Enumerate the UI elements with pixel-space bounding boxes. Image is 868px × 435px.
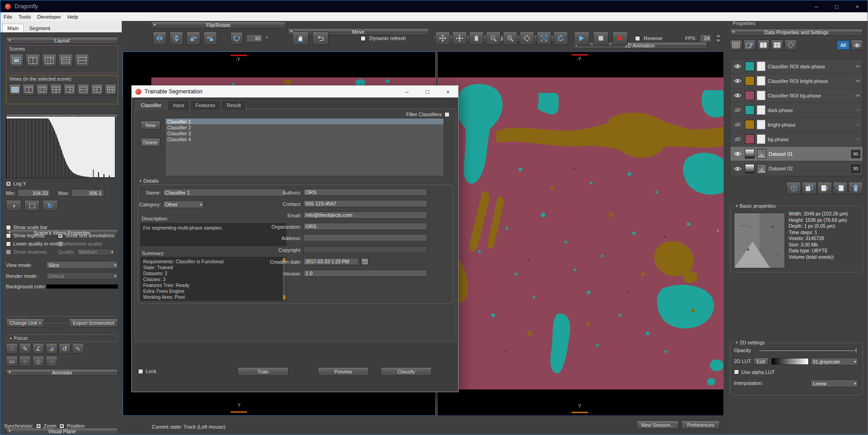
layer-row[interactable]: Classifier ROI dark-phase ✂	[730, 59, 863, 74]
undo-move-button[interactable]	[312, 31, 329, 45]
visibility-toggle[interactable]	[733, 107, 743, 113]
view-layout-3col-button[interactable]	[36, 84, 48, 96]
classifier-list[interactable]: Classifier 1 Classifier 2 Classifier 3 C…	[165, 118, 444, 176]
translate-tool-button[interactable]	[435, 31, 450, 45]
version-input[interactable]: 1.0	[303, 270, 427, 277]
email-input[interactable]: info@theobjects.com	[303, 211, 427, 219]
view-mode-select[interactable]: Slice	[46, 261, 118, 269]
view-layout-1-2-button[interactable]	[63, 84, 76, 96]
diamond-view-button[interactable]	[785, 40, 797, 51]
details-toggle[interactable]: Details	[140, 178, 159, 184]
tab-main[interactable]: Main	[2, 24, 24, 32]
visibility-toggle[interactable]	[733, 137, 743, 142]
visibility-toggle[interactable]	[733, 166, 743, 171]
classifier-list-item-selected[interactable]: Classifier 1	[165, 118, 444, 124]
viewport-right[interactable]: -Y x Y	[437, 51, 724, 416]
layer-row[interactable]: Classifier ROI bg-phase ✂	[730, 88, 863, 103]
visibility-toggle[interactable]	[733, 122, 743, 127]
two-pane-view-button[interactable]	[757, 40, 770, 51]
rotation-angle-input[interactable]: 10	[246, 34, 263, 42]
edit-lut-button[interactable]: Edit	[753, 358, 769, 365]
classifier-list-item[interactable]: Classifier 3	[165, 130, 444, 136]
contact-input[interactable]: 555 123-4567	[303, 200, 427, 207]
annotate-header[interactable]: Annotate	[6, 369, 118, 376]
dialog-minimize-button[interactable]: –	[397, 86, 417, 97]
scissors-icon[interactable]: ✂	[856, 63, 860, 70]
duplicate-dataset-button[interactable]	[802, 182, 816, 194]
region-leveling-button[interactable]	[24, 200, 40, 211]
rotate-ccw-button[interactable]	[186, 31, 200, 45]
interpolation-select[interactable]: Linear	[811, 379, 858, 387]
menu-file[interactable]: File	[0, 14, 16, 20]
visual-plane-header[interactable]: Visual Plane	[6, 428, 118, 435]
3d-badge[interactable]: 3D	[851, 150, 860, 158]
layout-section-header[interactable]: Layout	[6, 37, 118, 44]
menu-tools[interactable]: Tools	[16, 14, 34, 20]
dialog-close-button[interactable]: ×	[438, 86, 458, 97]
new-session-button[interactable]: New Session...	[637, 420, 679, 429]
fps-step-up-icon[interactable]: ▲	[715, 34, 721, 38]
zoom-in-tool-button[interactable]	[503, 31, 517, 45]
lut-ramp-swatch[interactable]	[745, 149, 754, 159]
reset-view-button[interactable]	[553, 31, 568, 45]
close-button[interactable]: ×	[847, 0, 868, 12]
layer-row-selected[interactable]: Dataset 01 3D	[730, 147, 863, 161]
visibility-toggle[interactable]	[733, 78, 743, 83]
rotate-angle-button[interactable]	[230, 32, 243, 45]
lut-ramp-swatch[interactable]	[745, 164, 754, 174]
layer-color-swatch[interactable]	[745, 76, 754, 86]
filter-classifiers-checkbox[interactable]	[444, 112, 450, 117]
category-select[interactable]: Other	[163, 200, 204, 208]
scene-layout-2col-button[interactable]	[26, 54, 40, 67]
scissors-icon[interactable]: ✂	[856, 78, 860, 84]
rotate-cw-button[interactable]	[203, 31, 217, 45]
play-button[interactable]	[574, 31, 589, 45]
change-unit-button[interactable]: Change Unit▾	[6, 318, 44, 328]
show-3d-button[interactable]	[786, 182, 801, 194]
preferences-button[interactable]: Preferences	[682, 420, 720, 429]
scissors-icon[interactable]: ✂	[856, 107, 860, 113]
delete-classifier-button[interactable]: Delete	[140, 138, 160, 147]
window-leveling-histogram[interactable]	[6, 116, 115, 178]
layer-row[interactable]: Classifier ROI bright-phase ✂	[730, 74, 863, 88]
four-pane-view-button[interactable]	[771, 40, 783, 51]
focus-section[interactable]: Focus	[6, 334, 118, 342]
min-input[interactable]: 104.33	[17, 189, 50, 197]
render-mode-select[interactable]: Default	[46, 272, 118, 280]
fps-step-down-icon[interactable]: ▼	[715, 39, 721, 43]
view-layout-grid6-button[interactable]	[104, 84, 117, 96]
copyright-input[interactable]	[303, 246, 427, 253]
tab-classifier[interactable]: Classifier	[135, 100, 167, 110]
zoom-out-tool-button[interactable]	[486, 31, 501, 45]
scene-layout-single-button[interactable]	[9, 54, 24, 67]
scene-layout-2row-button[interactable]	[75, 54, 89, 67]
edit-mask-button[interactable]	[744, 40, 756, 51]
classifier-list-item[interactable]: Classifier 4	[165, 136, 444, 142]
data-properties-header[interactable]: Data Properties and Settings	[730, 29, 863, 36]
maximize-quality-checkbox[interactable]	[58, 241, 63, 246]
lower-quality-checkbox[interactable]	[6, 241, 11, 246]
contrast-preset-button[interactable]: ◑	[6, 200, 21, 211]
annotate-lasso-button[interactable]: ◌	[46, 356, 57, 367]
scene-layout-3col-button[interactable]	[42, 54, 57, 67]
show-shadows-checkbox[interactable]	[6, 250, 11, 255]
fps-input[interactable]: 24	[700, 34, 712, 42]
layer-row[interactable]: Dataset 02 3D	[730, 161, 863, 176]
fps-stepper[interactable]: ▲ ▼	[715, 34, 721, 43]
opacity-slider-handle[interactable]	[854, 348, 858, 354]
new-classifier-button[interactable]: New	[140, 121, 160, 130]
3d-badge[interactable]: 3D	[851, 164, 860, 173]
scissors-icon[interactable]: ✂	[856, 92, 860, 99]
classify-button[interactable]: Classify	[381, 367, 432, 376]
lut-select[interactable]: 01.grayscale	[811, 358, 858, 365]
opacity-slider[interactable]	[759, 350, 857, 352]
view-layout-single-button[interactable]	[9, 84, 21, 96]
pan-tool-button[interactable]	[452, 31, 467, 45]
show-scale-bar-checkbox[interactable]	[6, 225, 11, 230]
sync-position-checkbox[interactable]	[59, 424, 64, 429]
menu-help[interactable]: Help	[64, 14, 82, 20]
record-button[interactable]	[612, 31, 628, 45]
train-button[interactable]: Train	[238, 367, 289, 376]
annotate-ellipse-button[interactable]: ○	[19, 356, 31, 367]
layer-color-swatch[interactable]	[745, 105, 754, 115]
